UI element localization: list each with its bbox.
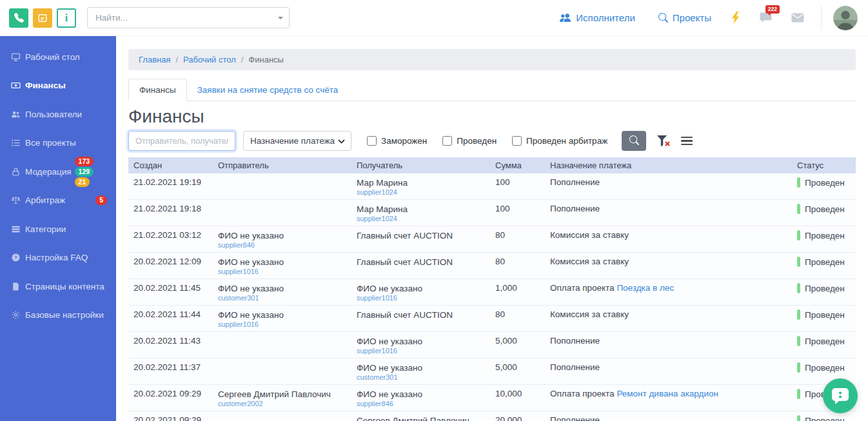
card-icon[interactable] [33,8,52,28]
created-cell: 20.02.2021 12:09 [128,253,213,279]
chat-widget-button[interactable] [823,378,858,413]
table-row: 20.02.2021 11:44 ФИО не указано supplier… [128,306,856,332]
checkbox-input-completed[interactable] [442,136,452,146]
sender-cell: ФИО не указано supplier1016 [213,253,351,279]
sender-name: ФИО не указано [218,309,346,320]
sender-login-link[interactable]: supplier846 [218,241,346,250]
sender-cell [213,332,351,358]
amount-cell: 5,000 [490,332,545,358]
search-icon [629,135,639,147]
nav-projects[interactable]: Проекты [658,12,711,23]
breadcrumb-separator: / [175,55,178,64]
sidebar-item-base-settings[interactable]: Базовые настройки [0,301,116,330]
menu-icon[interactable] [681,137,693,145]
nav-performers[interactable]: Исполнители [559,12,635,23]
user-avatar[interactable] [833,6,858,30]
sidebar-item-faq[interactable]: ? Настройка FAQ [0,244,116,273]
purpose-text: Комиссия за ставку [550,257,629,266]
receiver-login-link[interactable]: customer301 [357,373,485,382]
created-cell: 21.02.2021 03:12 [128,226,213,253]
purpose-text: Пополнение [550,336,600,346]
status-bar [797,389,800,399]
sender-login-link[interactable]: supplier1016 [218,320,346,329]
checkbox-arbitrated[interactable]: Проведен арбитраж [512,136,607,146]
receiver-login-link[interactable]: supplier1024 [357,188,485,197]
receiver-name: ФИО не указано [357,336,485,347]
content-icon [10,281,21,291]
sender-name [218,415,346,416]
receiver-login-link[interactable]: supplier1016 [357,347,485,355]
sender-cell [213,411,351,421]
receiver-login-link[interactable]: supplier1024 [357,215,485,223]
checkbox-label: Заморожен [381,136,427,146]
chat-count-badge: 222 [765,5,780,14]
sender-login-link[interactable]: customer301 [218,294,346,302]
purpose-cell: Оплата проекта Поездка в лес [545,279,792,306]
sidebar-item-finances[interactable]: Финансы [0,72,116,101]
amount-cell: 100 [490,173,545,200]
created-cell: 20.02.2021 09:29 [128,385,213,411]
project-link[interactable]: Поездка в лес [616,283,674,293]
checkbox-frozen[interactable]: Заморожен [367,136,427,146]
finance-table: СозданОтправительПолучательСуммаНазначен… [128,157,856,421]
purpose-text: Пополнение [550,362,600,372]
column-header: Получатель [351,157,490,173]
topbar-divider [821,6,822,30]
column-header: Создан [128,157,213,173]
party-search-input[interactable] [128,131,235,151]
sidebar-item-all-projects[interactable]: Все проекты [0,129,116,158]
status-cell: Проведен [792,226,856,253]
clear-filter-icon[interactable] [656,135,671,148]
receiver-cell: ФИО не указано supplier846 [351,385,490,411]
sender-cell [213,358,351,385]
tab-finances[interactable]: Финансы [128,79,187,101]
lightning-icon[interactable] [731,11,740,24]
receiver-login-link[interactable]: supplier1016 [357,294,485,302]
breadcrumb-item[interactable]: Главная [139,55,170,64]
checkbox-input-frozen[interactable] [367,136,377,146]
receiver-cell: Сергеев Дмитрий Павлочич customer2002 [351,411,490,421]
purpose-select[interactable]: Назначение платежа [243,131,351,151]
table-header-row: СозданОтправительПолучательСуммаНазначен… [128,157,856,173]
tab-withdrawals[interactable]: Заявки на снятие средств со счёта [187,79,349,101]
envelope-icon[interactable] [791,13,804,23]
purpose-cell: Комиссия за ставку [545,253,792,279]
project-link[interactable]: Ремонт дивана акардион [616,389,718,398]
sender-cell: ФИО не указано supplier846 [213,226,351,253]
topbar: i Исполнители Проекты 222 [0,0,868,36]
receiver-login-link[interactable]: supplier846 [357,400,485,408]
sidebar-item-dashboard[interactable]: Рабочий стол [0,43,116,72]
svg-text:?: ? [14,255,17,261]
status-bar [797,177,800,188]
breadcrumb-item[interactable]: Рабочий стол [183,55,236,64]
sender-login-link[interactable]: customer2002 [218,400,346,408]
sender-name: ФИО не указано [218,257,346,268]
sidebar-item-content-pages[interactable]: Страницы контента [0,272,116,301]
topbar-right: Исполнители Проекты 222 [559,6,868,30]
amount-cell: 80 [490,306,545,332]
status-bar [797,204,800,214]
table-row: 20.02.2021 11:45 ФИО не указано customer… [128,279,856,306]
global-search-input[interactable] [87,7,290,28]
sidebar-item-categories[interactable]: Категории [0,215,116,244]
sidebar-item-moderation[interactable]: Модерация 17312921 [0,157,116,186]
receiver-cell: Главный счет AUCTION [351,226,490,253]
sender-login-link[interactable]: supplier1016 [218,268,346,276]
checkbox-completed[interactable]: Проведен [442,136,497,146]
chat-icon[interactable]: 222 [760,12,772,23]
created-cell: 20.02.2021 11:43 [128,332,213,358]
sidebar-item-arbitrage[interactable]: Арбитраж 5 [0,186,116,215]
receiver-cell: Главный счет AUCTION [351,253,490,279]
checkbox-input-arbitrated[interactable] [512,136,522,146]
status-bar [797,230,800,240]
sender-cell: ФИО не указано supplier1016 [213,306,351,332]
info-icon[interactable]: i [57,8,76,28]
sidebar-item-users[interactable]: Пользователи [0,100,116,129]
status-bar [797,309,800,320]
amount-cell: 20,000 [490,411,545,421]
tabs: ФинансыЗаявки на снятие средств со счёта [128,79,856,101]
phone-icon[interactable] [9,8,28,28]
apply-filter-button[interactable] [622,131,646,151]
checkbox-label: Проведен арбитраж [526,136,607,146]
receiver-name: ФИО не указано [357,389,485,400]
